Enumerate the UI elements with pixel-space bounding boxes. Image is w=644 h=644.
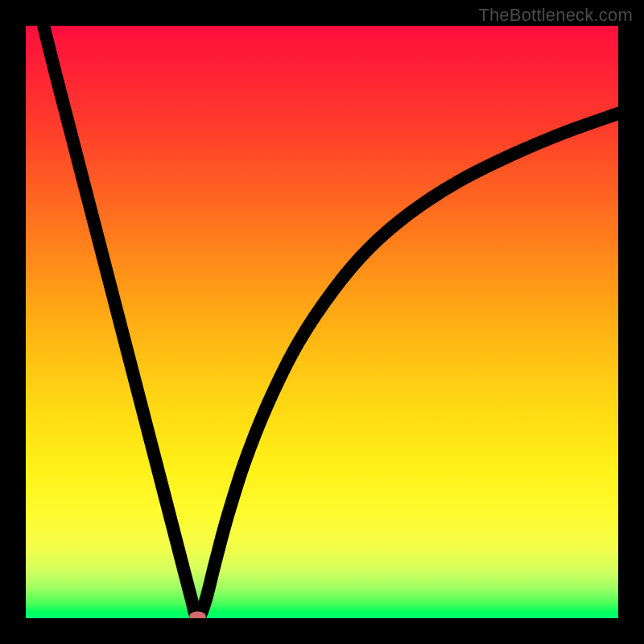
plot-area [26,26,618,618]
chart-frame: TheBottleneck.com [0,0,644,644]
chart-svg [26,26,618,618]
watermark-text: TheBottleneck.com [478,5,633,26]
bottleneck-curve [43,26,618,618]
